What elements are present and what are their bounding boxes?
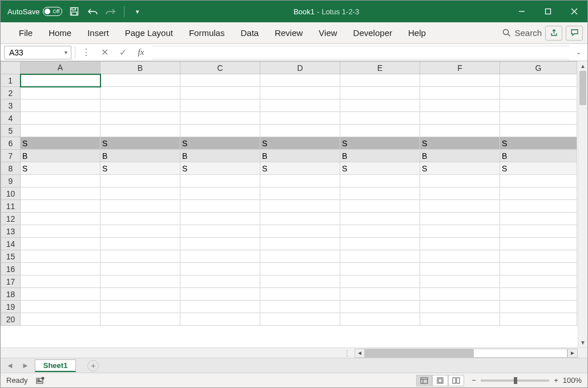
- cell[interactable]: B: [180, 150, 260, 162]
- cell[interactable]: [500, 313, 577, 326]
- cell[interactable]: [180, 301, 260, 313]
- column-header[interactable]: C: [180, 62, 260, 74]
- comments-icon[interactable]: [566, 26, 583, 41]
- row-header[interactable]: 18: [1, 288, 21, 301]
- row-header[interactable]: 12: [1, 213, 21, 225]
- row-header[interactable]: 3: [1, 99, 21, 112]
- tab-developer[interactable]: Developer: [345, 22, 400, 43]
- column-header[interactable]: G: [500, 62, 577, 74]
- cell[interactable]: [420, 87, 500, 99]
- column-header[interactable]: E: [340, 62, 420, 74]
- cell[interactable]: [21, 263, 100, 275]
- cell[interactable]: [21, 288, 100, 301]
- cell[interactable]: [420, 213, 500, 225]
- cell[interactable]: [260, 99, 340, 112]
- cell[interactable]: [500, 238, 577, 250]
- tab-data[interactable]: Data: [232, 22, 267, 43]
- cell[interactable]: [180, 313, 260, 326]
- menu-dots-icon[interactable]: ⋮: [79, 46, 94, 59]
- cell[interactable]: B: [260, 150, 340, 162]
- cell[interactable]: [420, 238, 500, 250]
- column-header[interactable]: A: [21, 62, 100, 74]
- cell[interactable]: [420, 200, 500, 213]
- cell[interactable]: [21, 275, 100, 288]
- sheet-nav-left-icon[interactable]: ◄: [4, 361, 16, 370]
- cell[interactable]: [100, 288, 180, 301]
- cell[interactable]: [21, 200, 100, 213]
- share-icon[interactable]: [545, 26, 562, 41]
- autosave-toggle[interactable]: AutoSave Off: [7, 7, 62, 16]
- cell[interactable]: [21, 187, 100, 200]
- cell[interactable]: [180, 112, 260, 125]
- chevron-down-icon[interactable]: ▾: [65, 49, 67, 55]
- row-header[interactable]: 2: [1, 87, 21, 99]
- zoom-out-button[interactable]: −: [472, 376, 477, 385]
- cell[interactable]: [100, 301, 180, 313]
- customize-qat-icon[interactable]: ▾: [131, 5, 144, 18]
- cell[interactable]: [420, 187, 500, 200]
- cell[interactable]: [180, 74, 260, 87]
- cell[interactable]: [260, 74, 340, 87]
- zoom-slider[interactable]: [481, 379, 549, 382]
- cell[interactable]: [340, 99, 420, 112]
- cell[interactable]: [420, 125, 500, 137]
- cell[interactable]: [260, 263, 340, 275]
- cell[interactable]: [500, 250, 577, 263]
- zoom-slider-knob[interactable]: [514, 377, 517, 384]
- cell[interactable]: [500, 263, 577, 275]
- cell[interactable]: [340, 288, 420, 301]
- cell[interactable]: [180, 250, 260, 263]
- hscroll-left-icon[interactable]: ◄: [355, 349, 365, 358]
- cell[interactable]: [180, 225, 260, 238]
- cell[interactable]: S: [180, 137, 260, 150]
- row-header[interactable]: 19: [1, 301, 21, 313]
- scroll-up-icon[interactable]: ▲: [578, 61, 587, 71]
- cell[interactable]: [260, 225, 340, 238]
- cell[interactable]: [180, 213, 260, 225]
- cell[interactable]: [180, 175, 260, 187]
- cell[interactable]: [260, 238, 340, 250]
- fx-icon[interactable]: fx: [134, 46, 148, 59]
- cell[interactable]: [260, 187, 340, 200]
- cell[interactable]: [500, 87, 577, 99]
- cell[interactable]: [260, 275, 340, 288]
- minimize-button[interactable]: [509, 1, 535, 22]
- cell[interactable]: S: [180, 162, 260, 175]
- cell[interactable]: [340, 213, 420, 225]
- cell[interactable]: [340, 187, 420, 200]
- cell[interactable]: [500, 200, 577, 213]
- cell[interactable]: [100, 87, 180, 99]
- cell[interactable]: [100, 313, 180, 326]
- row-header[interactable]: 14: [1, 238, 21, 250]
- cell[interactable]: [420, 263, 500, 275]
- cell[interactable]: [100, 74, 180, 87]
- cell[interactable]: [100, 112, 180, 125]
- cell[interactable]: [21, 225, 100, 238]
- save-icon[interactable]: [68, 5, 80, 18]
- cell[interactable]: S: [420, 162, 500, 175]
- cell[interactable]: [340, 238, 420, 250]
- row-header[interactable]: 4: [1, 112, 21, 125]
- hscroll-track[interactable]: [365, 349, 567, 358]
- cell[interactable]: B: [420, 150, 500, 162]
- cell[interactable]: S: [500, 162, 577, 175]
- maximize-button[interactable]: [535, 1, 561, 22]
- row-header[interactable]: 5: [1, 125, 21, 137]
- cell[interactable]: [500, 288, 577, 301]
- cell[interactable]: [260, 87, 340, 99]
- cell[interactable]: [180, 125, 260, 137]
- record-macro-icon[interactable]: [36, 377, 45, 385]
- cell[interactable]: [100, 200, 180, 213]
- undo-icon[interactable]: [86, 5, 99, 18]
- cell[interactable]: [180, 288, 260, 301]
- formula-input[interactable]: [152, 46, 569, 59]
- cell[interactable]: S: [420, 137, 500, 150]
- tab-file[interactable]: File: [11, 22, 41, 43]
- cell[interactable]: [420, 288, 500, 301]
- row-header[interactable]: 17: [1, 275, 21, 288]
- expand-formula-bar-icon[interactable]: ⌄: [573, 49, 584, 56]
- tab-home[interactable]: Home: [41, 22, 79, 43]
- cell[interactable]: [500, 175, 577, 187]
- row-header[interactable]: 6: [1, 137, 21, 150]
- cell[interactable]: [180, 275, 260, 288]
